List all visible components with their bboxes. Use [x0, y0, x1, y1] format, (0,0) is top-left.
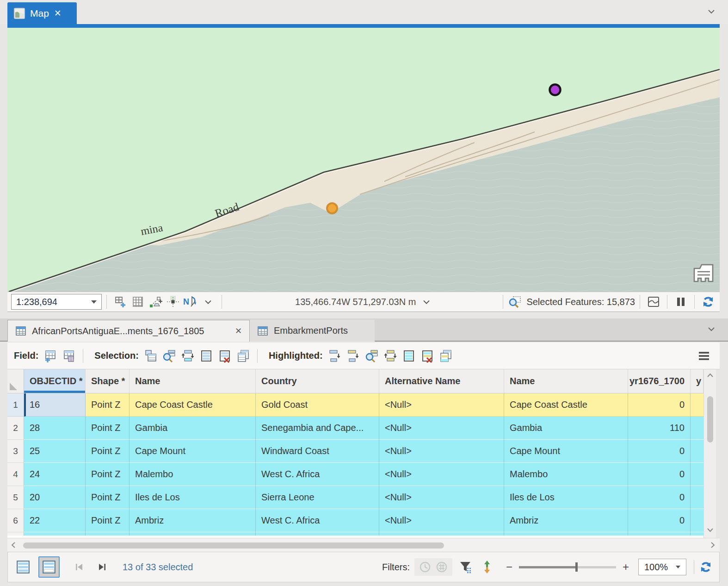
- column-header-objectid[interactable]: OBJECTID *: [24, 369, 86, 393]
- cell-shape[interactable]: Point Z: [86, 463, 130, 486]
- cell-y-partial[interactable]: [691, 440, 703, 463]
- next-record-button[interactable]: [91, 556, 112, 578]
- zoom-level-select[interactable]: 100%: [638, 559, 686, 575]
- cell-yr1676-1700[interactable]: 0: [628, 486, 691, 509]
- cell-country[interactable]: Sierra Leone: [256, 486, 379, 509]
- cell-shape[interactable]: Point Z: [86, 440, 130, 463]
- north-arrow-button[interactable]: N: [182, 293, 199, 311]
- row-number[interactable]: 6: [7, 509, 24, 532]
- slider-thumb[interactable]: [575, 562, 578, 572]
- zoom-in-label[interactable]: +: [623, 561, 629, 573]
- column-header-yr1676-1700[interactable]: yr1676_1700: [628, 369, 691, 393]
- cell-objectid[interactable]: 16: [24, 393, 86, 417]
- tab-map[interactable]: Map ✕: [7, 2, 77, 24]
- cell-country[interactable]: Windward Coast: [256, 440, 379, 463]
- cell-name[interactable]: Iles de Los: [130, 486, 256, 509]
- cell-name[interactable]: Cape Mount: [130, 440, 256, 463]
- column-header-name2[interactable]: Name: [504, 369, 628, 393]
- cell-y-partial[interactable]: [691, 393, 703, 417]
- cell-yr1676-1700[interactable]: 110: [628, 417, 691, 440]
- column-header-name[interactable]: Name: [130, 369, 256, 393]
- row-number[interactable]: 4: [7, 463, 24, 486]
- cell-name2[interactable]: Cape Mount: [504, 440, 628, 463]
- switch-selection-button[interactable]: [179, 347, 197, 365]
- close-map-tab-icon[interactable]: ✕: [54, 9, 62, 18]
- chevron-down-icon[interactable]: [708, 327, 715, 331]
- grid-button[interactable]: [129, 293, 147, 311]
- cell-shape[interactable]: Point Z: [86, 417, 130, 440]
- horizontal-scrollbar[interactable]: [7, 538, 720, 552]
- copy-highlighted-button[interactable]: [437, 347, 455, 365]
- row-number[interactable]: 2: [7, 417, 24, 440]
- table-zoom-slider[interactable]: [519, 562, 616, 572]
- cell-name2[interactable]: Gambia: [504, 417, 628, 440]
- edit-sketch-button[interactable]: [147, 293, 164, 311]
- cell-country[interactable]: Gold Coast: [256, 393, 379, 417]
- cell-name[interactable]: Malembo: [130, 463, 256, 486]
- pause-drawing-button[interactable]: [672, 293, 690, 311]
- column-header-shape[interactable]: Shape *: [86, 369, 130, 393]
- cell-yr1676-1700[interactable]: 0: [628, 509, 691, 532]
- cell-yr1676-1700[interactable]: 0: [628, 463, 691, 486]
- attribute-filter-button[interactable]: [455, 556, 476, 578]
- column-header-country[interactable]: Country: [256, 369, 379, 393]
- sort-order-button[interactable]: [476, 556, 498, 578]
- zoom-to-selection-button[interactable]: [160, 347, 179, 365]
- clear-highlighted-button[interactable]: [418, 347, 437, 365]
- snapping-button[interactable]: [164, 293, 182, 311]
- tab-embarkment-ports-table[interactable]: EmbarkmentPorts: [250, 320, 375, 342]
- vertical-scroll-thumb[interactable]: [707, 396, 713, 443]
- cell-country[interactable]: Senegambia and Cape...: [256, 417, 379, 440]
- cell-shape[interactable]: Point Z: [86, 509, 130, 532]
- refresh-map-button[interactable]: [699, 293, 717, 311]
- clear-selection-button[interactable]: [216, 347, 234, 365]
- zoom-to-highlighted-button[interactable]: [363, 347, 381, 365]
- orange-point-feature[interactable]: [327, 203, 337, 213]
- row-number[interactable]: 3: [7, 440, 24, 463]
- cell-y-partial[interactable]: [691, 417, 703, 440]
- table-menu-button[interactable]: [695, 347, 713, 365]
- column-header-y-partial[interactable]: y: [691, 369, 703, 393]
- vertical-scrollbar[interactable]: [703, 369, 716, 538]
- row-number[interactable]: 1: [7, 393, 24, 417]
- map-canvas[interactable]: Road mina: [7, 28, 720, 292]
- cell-name[interactable]: Cape Coast Castle: [130, 393, 256, 417]
- cell-alternative-name[interactable]: <Null>: [379, 417, 504, 440]
- cell-yr1676-1700[interactable]: 0: [628, 440, 691, 463]
- cell-objectid[interactable]: 25: [24, 440, 86, 463]
- scroll-down-icon[interactable]: [707, 528, 714, 532]
- select-all-button[interactable]: [197, 347, 216, 365]
- row-number[interactable]: 5: [7, 486, 24, 509]
- map-tools-chevron-icon[interactable]: [199, 293, 217, 311]
- scroll-up-icon[interactable]: [707, 373, 714, 378]
- cell-objectid[interactable]: 28: [24, 417, 86, 440]
- table-row[interactable]: 4 24 Point Z Malembo West C. Africa <Nul…: [7, 463, 720, 486]
- highlight-all-button[interactable]: [400, 347, 418, 365]
- table-row[interactable]: 3 25 Point Z Cape Mount Windward Coast <…: [7, 440, 720, 463]
- selected-features-indicator[interactable]: Selected Features: 15,873: [508, 295, 635, 308]
- switch-highlighted-button[interactable]: [381, 347, 400, 365]
- cell-name2[interactable]: Ambriz: [504, 509, 628, 532]
- cell-country[interactable]: West C. Africa: [256, 509, 379, 532]
- coordinates-chevron-icon[interactable]: [423, 300, 430, 304]
- cell-name[interactable]: Gambia: [130, 417, 256, 440]
- cell-shape[interactable]: Point Z: [86, 393, 130, 417]
- table-row[interactable]: 5 20 Point Z Iles de Los Sierra Leone <N…: [7, 486, 720, 509]
- cell-alternative-name[interactable]: <Null>: [379, 440, 504, 463]
- cell-alternative-name[interactable]: <Null>: [379, 393, 504, 417]
- show-selected-records-button[interactable]: [38, 556, 60, 578]
- cell-name2[interactable]: Malembo: [504, 463, 628, 486]
- cell-alternative-name[interactable]: <Null>: [379, 509, 504, 532]
- cell-objectid[interactable]: 24: [24, 463, 86, 486]
- select-tool-button[interactable]: [645, 293, 662, 311]
- horizontal-scroll-thumb[interactable]: [23, 542, 444, 549]
- cell-objectid[interactable]: 22: [24, 509, 86, 532]
- cell-y-partial[interactable]: [691, 463, 703, 486]
- cell-y-partial[interactable]: [691, 509, 703, 532]
- add-overview-button[interactable]: [111, 293, 129, 311]
- add-field-button[interactable]: [41, 347, 60, 365]
- first-record-button[interactable]: [69, 556, 90, 578]
- refresh-table-button[interactable]: [699, 560, 713, 574]
- table-row[interactable]: 6 22 Point Z Ambriz West C. Africa <Null…: [7, 509, 720, 532]
- scroll-right-icon[interactable]: [710, 542, 715, 549]
